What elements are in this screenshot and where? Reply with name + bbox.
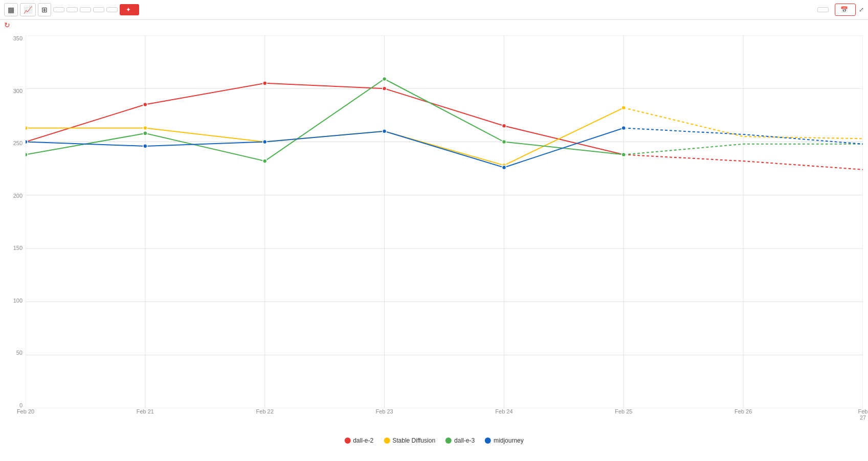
x-axis-label: Feb 26 xyxy=(735,408,752,414)
ask-ai-button[interactable]: ✦ xyxy=(120,4,139,15)
svg-point-36 xyxy=(263,140,267,144)
svg-point-17 xyxy=(143,103,147,107)
y-axis-label: 50 xyxy=(0,350,26,356)
y-axis-label: 300 xyxy=(0,88,26,94)
legend-label: dall-e-3 xyxy=(454,437,475,444)
x-axis-label: Feb 21 xyxy=(137,408,154,414)
svg-point-18 xyxy=(263,81,267,85)
y-axis-label: 150 xyxy=(0,245,26,251)
x-axis-label: Feb 24 xyxy=(495,408,513,414)
svg-point-38 xyxy=(502,166,506,170)
svg-point-34 xyxy=(26,140,28,144)
x-axis-label: Feb 20 xyxy=(17,408,34,414)
y-axis: 050100150200250300350 xyxy=(0,35,26,408)
legend-color-dot xyxy=(446,437,452,444)
toolbar: ▦ 📈 ⊞ ✦ 📅 ⤢ xyxy=(0,0,868,20)
y-axis-label: 250 xyxy=(0,140,26,146)
chart-type-bar-button[interactable]: ▦ xyxy=(4,3,18,16)
legend-item: Stable Diffusion xyxy=(384,437,435,444)
legend-color-dot xyxy=(344,437,350,444)
calendar-icon: 📅 xyxy=(840,6,848,13)
y-axis-label: 350 xyxy=(0,35,26,41)
log-scale-button[interactable] xyxy=(66,7,78,12)
x-axis-label: Feb 22 xyxy=(256,408,274,414)
svg-point-39 xyxy=(621,126,626,130)
x-axis-label: Feb 23 xyxy=(375,408,393,414)
svg-point-27 xyxy=(621,106,626,110)
x-axis-label: Feb 27 xyxy=(858,408,868,421)
newer-events-bar[interactable]: ↻ xyxy=(0,20,868,30)
x-axis-label: Feb 25 xyxy=(615,408,632,414)
svg-point-37 xyxy=(383,129,387,133)
legend-label: midjourney xyxy=(494,437,524,444)
legend-color-dot xyxy=(485,437,491,444)
svg-point-31 xyxy=(383,77,387,81)
svg-point-23 xyxy=(143,126,147,130)
legend-label: dall-e-2 xyxy=(353,437,373,444)
add-marker-button[interactable] xyxy=(93,7,104,12)
y-axis-label: 0 xyxy=(0,402,26,408)
svg-point-35 xyxy=(143,144,147,148)
y-axis-label: 100 xyxy=(0,297,26,304)
expand-icon[interactable]: ⤢ xyxy=(859,6,864,13)
chart-type-line-button[interactable]: 📈 xyxy=(20,3,36,16)
percent-breakdown-button[interactable] xyxy=(80,7,91,12)
chart-container: 050100150200250300350 Feb 20Feb 21Feb 22… xyxy=(0,30,868,449)
refresh-icon: ↻ xyxy=(4,21,10,29)
svg-point-33 xyxy=(621,153,626,157)
day-button[interactable] xyxy=(817,7,829,12)
svg-point-20 xyxy=(502,124,506,128)
legend-color-dot xyxy=(384,437,390,444)
chart-type-table-button[interactable]: ⊞ xyxy=(38,3,51,16)
chart-area xyxy=(26,35,863,408)
svg-point-28 xyxy=(26,153,28,157)
legend-item: dall-e-2 xyxy=(344,437,373,444)
change-colors-button[interactable] xyxy=(106,7,118,12)
last-7-days-button[interactable]: 📅 xyxy=(835,4,856,16)
stacked-button[interactable] xyxy=(53,7,64,12)
y-axis-label: 200 xyxy=(0,193,26,199)
svg-point-29 xyxy=(143,131,147,135)
legend-item: midjourney xyxy=(485,437,524,444)
svg-point-32 xyxy=(502,140,506,144)
svg-point-22 xyxy=(26,126,28,130)
legend: dall-e-2Stable Diffusiondall-e-3midjourn… xyxy=(344,437,524,444)
svg-point-19 xyxy=(383,86,387,90)
legend-label: Stable Diffusion xyxy=(392,437,435,444)
legend-item: dall-e-3 xyxy=(446,437,475,444)
svg-point-30 xyxy=(263,159,267,163)
ask-ai-icon: ✦ xyxy=(126,6,131,13)
toolbar-right: 📅 ⤢ xyxy=(814,4,864,16)
